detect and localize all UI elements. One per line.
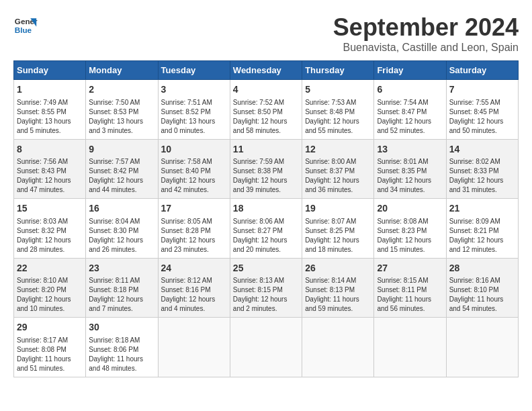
day-number: 8 [17,143,83,156]
calendar-cell: 6Sunrise: 7:54 AMSunset: 8:47 PMDaylight… [374,80,446,140]
calendar-week-row: 29Sunrise: 8:17 AMSunset: 8:08 PMDayligh… [14,318,519,377]
day-info: Sunrise: 7:51 AM [161,98,227,107]
day-info: Sunset: 8:40 PM [161,167,227,176]
day-info: Sunrise: 7:58 AM [161,157,227,167]
day-info: Sunrise: 8:05 AM [161,217,227,226]
day-info: Sunset: 8:38 PM [233,167,299,176]
day-info: Sunrise: 7:59 AM [233,157,299,167]
day-info: Daylight: 13 hours [89,117,154,126]
day-info: Sunrise: 7:56 AM [17,157,83,167]
day-info: and 42 minutes. [161,185,227,195]
day-info: Daylight: 12 hours [305,176,371,185]
day-info: Daylight: 12 hours [233,295,299,304]
day-info: Sunrise: 8:08 AM [377,217,443,226]
day-number: 15 [17,202,83,216]
day-info: Sunrise: 8:07 AM [305,217,371,226]
day-info: Sunrise: 7:57 AM [89,157,154,167]
day-info: Daylight: 11 hours [17,355,83,364]
day-info: Daylight: 12 hours [449,176,515,185]
day-info: Sunrise: 8:12 AM [161,276,227,285]
day-number: 29 [17,321,83,334]
day-info: Sunrise: 8:18 AM [89,336,154,345]
calendar-cell: 3Sunrise: 7:51 AMSunset: 8:52 PMDaylight… [158,80,230,140]
day-info: Sunset: 8:42 PM [89,167,154,176]
day-info: Sunset: 8:45 PM [449,107,515,117]
day-number: 10 [161,143,227,156]
calendar-cell: 9Sunrise: 7:57 AMSunset: 8:42 PMDaylight… [86,139,158,199]
day-info: Daylight: 11 hours [305,295,371,304]
calendar-cell: 17Sunrise: 8:05 AMSunset: 8:28 PMDayligh… [158,199,230,259]
day-info: Sunset: 8:25 PM [305,226,371,236]
day-info: Daylight: 12 hours [233,117,299,126]
day-info: Sunrise: 7:52 AM [233,98,299,107]
day-info: and 31 minutes. [449,185,515,195]
calendar-header-row: SundayMondayTuesdayWednesdayThursdayFrid… [14,61,519,80]
day-info: Daylight: 12 hours [161,295,227,304]
day-info: Sunrise: 8:15 AM [377,276,443,285]
day-info: Sunset: 8:28 PM [161,226,227,236]
day-number: 30 [89,321,154,334]
calendar-cell: 13Sunrise: 8:01 AMSunset: 8:35 PMDayligh… [374,139,446,199]
calendar-table: SundayMondayTuesdayWednesdayThursdayFrid… [13,60,519,377]
calendar-cell: 11Sunrise: 7:59 AMSunset: 8:38 PMDayligh… [230,139,302,199]
calendar-cell: 7Sunrise: 7:55 AMSunset: 8:45 PMDaylight… [446,80,518,140]
day-info: Sunrise: 8:10 AM [17,276,83,285]
day-info: Sunset: 8:32 PM [17,226,83,236]
day-info: Sunrise: 8:16 AM [449,276,515,285]
day-number: 4 [233,83,299,97]
day-number: 14 [449,143,515,156]
calendar-week-row: 22Sunrise: 8:10 AMSunset: 8:20 PMDayligh… [14,258,519,318]
calendar-cell: 2Sunrise: 7:50 AMSunset: 8:53 PMDaylight… [86,80,158,140]
day-info: and 2 minutes. [233,304,299,314]
day-info: and 34 minutes. [377,185,443,195]
day-info: Sunset: 8:52 PM [161,107,227,117]
day-number: 23 [89,262,154,275]
day-info: Sunrise: 8:13 AM [233,276,299,285]
calendar-cell: 22Sunrise: 8:10 AMSunset: 8:20 PMDayligh… [14,258,86,318]
day-info: and 56 minutes. [377,304,443,314]
day-info: Sunset: 8:16 PM [161,285,227,295]
calendar-cell: 1Sunrise: 7:49 AMSunset: 8:55 PMDaylight… [14,80,86,140]
day-info: Daylight: 12 hours [89,236,154,245]
day-info: Sunset: 8:23 PM [377,226,443,236]
day-info: Sunset: 8:10 PM [449,285,515,295]
day-info: Sunrise: 8:02 AM [449,157,515,167]
day-info: Daylight: 12 hours [161,176,227,185]
day-info: Sunset: 8:37 PM [305,167,371,176]
day-info: Daylight: 12 hours [377,117,443,126]
day-info: Sunrise: 8:11 AM [89,276,154,285]
day-number: 12 [305,143,371,156]
day-info: Sunrise: 8:17 AM [17,336,83,345]
day-number: 16 [89,202,154,216]
day-info: Daylight: 12 hours [17,176,83,185]
day-info: Daylight: 12 hours [161,236,227,245]
day-info: and 36 minutes. [305,185,371,195]
calendar-cell: 4Sunrise: 7:52 AMSunset: 8:50 PMDaylight… [230,80,302,140]
day-number: 1 [17,83,83,97]
day-info: and 39 minutes. [233,185,299,195]
calendar-cell: 15Sunrise: 8:03 AMSunset: 8:32 PMDayligh… [14,199,86,259]
day-info: and 26 minutes. [89,245,154,255]
page-header: General Blue September 2024 Buenavista, … [13,13,519,54]
day-info: Sunset: 8:13 PM [305,285,371,295]
calendar-week-row: 1Sunrise: 7:49 AMSunset: 8:55 PMDaylight… [14,80,519,140]
day-number: 24 [161,262,227,275]
day-info: and 10 minutes. [17,304,83,314]
day-number: 21 [449,202,515,216]
calendar-cell: 5Sunrise: 7:53 AMSunset: 8:48 PMDaylight… [302,80,374,140]
day-number: 2 [89,83,154,97]
day-info: Daylight: 13 hours [17,117,83,126]
day-info: Sunset: 8:33 PM [449,167,515,176]
day-info: Sunset: 8:20 PM [17,285,83,295]
day-info: Sunrise: 7:53 AM [305,98,371,107]
calendar-cell: 30Sunrise: 8:18 AMSunset: 8:06 PMDayligh… [86,318,158,377]
day-info: Sunset: 8:43 PM [17,167,83,176]
day-number: 20 [377,202,443,216]
day-info: Sunrise: 8:03 AM [17,217,83,226]
column-header-thursday: Thursday [302,61,374,80]
day-info: and 52 minutes. [377,126,443,136]
day-info: Sunset: 8:27 PM [233,226,299,236]
day-number: 28 [449,262,515,275]
day-number: 22 [17,262,83,275]
column-header-friday: Friday [374,61,446,80]
